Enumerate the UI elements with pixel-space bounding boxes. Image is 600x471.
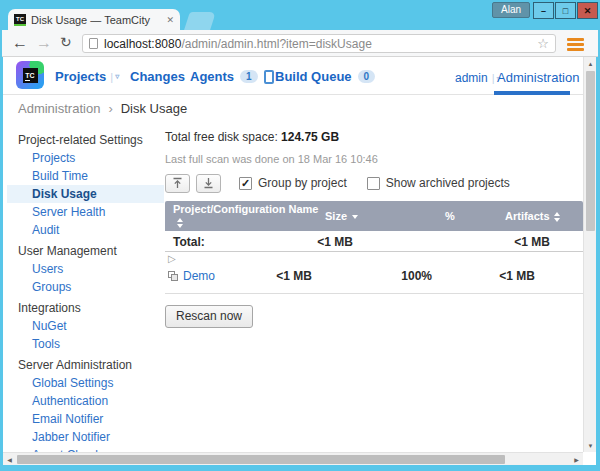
- row-artifacts-value: <1 MB: [499, 269, 535, 283]
- nav-administration[interactable]: Administration: [497, 70, 579, 85]
- teamcity-logo[interactable]: TC: [16, 61, 44, 89]
- project-link-demo[interactable]: Demo: [183, 269, 215, 283]
- arrow-down-to-bar-icon: [203, 177, 214, 189]
- disk-usage-table: Project/Configuration Name Size % Artifa…: [165, 201, 583, 287]
- scroll-right-icon[interactable]: ▶: [570, 453, 583, 465]
- sidebar-item-users[interactable]: Users: [18, 260, 164, 278]
- new-tab-button[interactable]: [184, 12, 216, 30]
- close-button[interactable]: ✕: [577, 2, 598, 19]
- sidebar-item-authentication[interactable]: Authentication: [18, 392, 164, 410]
- browser-menu-icon[interactable]: [567, 38, 584, 53]
- breadcrumb: Administration › Disk Usage: [18, 101, 187, 116]
- table-row: Demo <1 MB 100% <1 MB: [165, 265, 583, 287]
- address-bar[interactable]: localhost:8080/admin/admin.html?item=dis…: [82, 34, 556, 53]
- sidebar-item-email-notifier[interactable]: Email Notifier: [18, 410, 164, 428]
- nav-agents[interactable]: Agents 1: [190, 69, 274, 84]
- sidebar-item-tools[interactable]: Tools: [18, 335, 164, 353]
- sidebar-section-title: Project-related Settings: [18, 131, 164, 149]
- column-header-size[interactable]: Size: [325, 210, 445, 222]
- free-space-label: Total free disk space:: [165, 130, 278, 144]
- forward-icon[interactable]: →: [36, 33, 52, 53]
- sidebar-item-groups[interactable]: Groups: [18, 278, 164, 296]
- rescan-now-button[interactable]: Rescan now: [165, 305, 253, 328]
- teamcity-logo-text: TC: [23, 68, 38, 83]
- project-icon: [168, 271, 178, 281]
- sidebar-section-title: User Management: [18, 242, 164, 260]
- collapse-all-button[interactable]: [165, 174, 190, 193]
- vertical-scrollbar-thumb[interactable]: [586, 71, 595, 231]
- reload-icon[interactable]: ↻: [60, 34, 72, 50]
- show-archived-label: Show archived projects: [386, 176, 510, 190]
- nav-projects[interactable]: Projects | ▿: [55, 69, 119, 84]
- maximize-button[interactable]: □: [555, 2, 576, 19]
- sidebar-item-audit[interactable]: Audit: [18, 221, 164, 239]
- horizontal-scrollbar[interactable]: ◀ ▶: [3, 452, 583, 465]
- column-name-label: Project/Configuration Name: [173, 203, 318, 215]
- group-by-project-checkbox[interactable]: [239, 177, 252, 190]
- nav-user-label: admin: [455, 71, 488, 85]
- show-archived-checkbox[interactable]: [367, 177, 380, 190]
- column-artifacts-label: Artifacts: [505, 210, 550, 222]
- vertical-scrollbar[interactable]: ▲ ▼: [583, 57, 596, 452]
- minimize-button[interactable]: –: [533, 2, 554, 19]
- nav-user-menu[interactable]: admin | ▿: [455, 71, 501, 85]
- nav-projects-label: Projects: [55, 69, 106, 84]
- column-header-name[interactable]: Project/Configuration Name: [165, 203, 325, 229]
- teamcity-favicon-icon: TC: [14, 14, 26, 26]
- table-row-total: Total: <1 MB <1 MB: [165, 231, 583, 252]
- total-size-value: <1 MB: [317, 235, 353, 249]
- nav-build-queue-label: Build Queue: [275, 69, 352, 84]
- nav-changes-label: Changes: [130, 69, 185, 84]
- scroll-up-icon[interactable]: ▲: [584, 57, 596, 70]
- last-scan-text: Last full scan was done on 18 Mar 16 10:…: [165, 153, 583, 165]
- group-by-project-label: Group by project: [258, 176, 347, 190]
- column-header-percent[interactable]: %: [445, 210, 505, 222]
- sidebar-item-global-settings[interactable]: Global Settings: [18, 374, 164, 392]
- column-header-artifacts[interactable]: Artifacts: [505, 210, 583, 222]
- agent-status-icon: [264, 70, 274, 84]
- url-host: localhost:8080: [104, 37, 181, 51]
- url-path: /admin/admin.html?item=diskUsage: [181, 37, 371, 51]
- sidebar-item-projects[interactable]: Projects: [18, 149, 164, 167]
- total-artifacts-value: <1 MB: [514, 235, 550, 249]
- browser-tab[interactable]: TC Disk Usage — TeamCity ✕: [8, 9, 180, 30]
- sidebar-item-jabber-notifier[interactable]: Jabber Notifier: [18, 428, 164, 446]
- page-title: Disk Usage: [121, 101, 187, 116]
- sidebar-item-build-time[interactable]: Build Time: [18, 167, 164, 185]
- expand-all-button[interactable]: [196, 174, 221, 193]
- tab-close-icon[interactable]: ✕: [166, 15, 174, 25]
- scroll-left-icon[interactable]: ◀: [3, 453, 16, 465]
- admin-sidebar: Project-related Settings Projects Build …: [18, 131, 164, 465]
- back-icon[interactable]: ←: [12, 33, 28, 53]
- table-controls: Group by project Show archived projects: [165, 173, 583, 193]
- sort-desc-icon: [352, 215, 358, 219]
- nav-build-queue[interactable]: Build Queue 0: [275, 69, 375, 84]
- sort-both-icon: [177, 218, 183, 228]
- horizontal-scrollbar-thumb[interactable]: [17, 455, 505, 464]
- total-label: Total:: [173, 235, 205, 249]
- sidebar-section-title: Server Administration: [18, 356, 164, 374]
- sidebar-item-nuget[interactable]: NuGet: [18, 317, 164, 335]
- browser-toolbar: ← → ↻ localhost:8080/admin/admin.html?it…: [2, 30, 598, 57]
- page-icon: [89, 38, 98, 49]
- nav-changes[interactable]: Changes: [130, 69, 185, 84]
- chevron-down-icon[interactable]: ▿: [115, 72, 119, 81]
- sidebar-item-server-health[interactable]: Server Health: [18, 203, 164, 221]
- disk-usage-main: Total free disk space: 124.75 GB Last fu…: [165, 126, 583, 328]
- section-divider: [165, 293, 583, 294]
- active-tab-indicator: [494, 91, 570, 95]
- nav-pipe: |: [492, 72, 495, 84]
- url-text[interactable]: localhost:8080/admin/admin.html?item=dis…: [104, 37, 531, 51]
- teamcity-header: TC Projects | ▿ Changes Agents 1 Build Q…: [3, 57, 583, 95]
- expand-row-icon[interactable]: ▷: [168, 253, 176, 264]
- sidebar-item-disk-usage[interactable]: Disk Usage: [7, 185, 164, 203]
- bookmark-star-icon[interactable]: ☆: [537, 36, 549, 51]
- browser-window: TC Disk Usage — TeamCity ✕ Alan – □ ✕ ← …: [0, 0, 600, 471]
- free-space-line: Total free disk space: 124.75 GB: [165, 130, 583, 144]
- window-user-badge: Alan: [492, 2, 530, 18]
- sort-both-icon: [554, 212, 560, 222]
- breadcrumb-administration[interactable]: Administration: [18, 101, 100, 116]
- page-content: TC Projects | ▿ Changes Agents 1 Build Q…: [3, 57, 596, 465]
- scroll-down-icon[interactable]: ▼: [584, 439, 596, 452]
- arrow-up-to-bar-icon: [172, 177, 183, 189]
